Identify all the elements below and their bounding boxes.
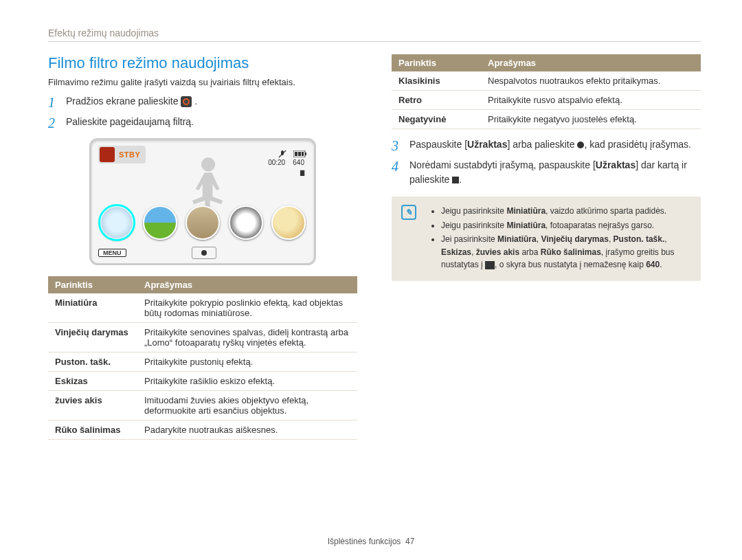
table-row: žuvies akisImituodami žuvies akies objek… bbox=[48, 391, 357, 421]
table-row: EskizasPritaikykite rašiklio eskizo efek… bbox=[48, 372, 357, 391]
note-item: Jei pasirinksite Miniatiūra, Vinječių da… bbox=[441, 233, 690, 271]
note-item: Jeigu pasirinksite Miniatiūra, fotoapara… bbox=[441, 219, 690, 232]
step-number: 1 bbox=[48, 94, 59, 111]
svg-rect-5 bbox=[295, 152, 297, 156]
filter-thumb-5 bbox=[271, 205, 306, 240]
camera-lcd-illustration: STBY 00:20 640 ▇ bbox=[89, 138, 316, 265]
filter-thumb-1 bbox=[100, 205, 134, 240]
step-number: 3 bbox=[392, 137, 403, 154]
movie-filter-mode-icon bbox=[181, 96, 192, 107]
frame-rate-icon bbox=[485, 261, 495, 269]
lcd-format-icon: ▇ bbox=[268, 169, 304, 177]
breadcrumb: Efektų režimų naudojimas bbox=[48, 27, 701, 42]
lcd-time: 00:20 bbox=[268, 159, 285, 166]
intro-text: Filmavimo režimu galite įrašyti vaizdą s… bbox=[48, 76, 357, 89]
step2-text: Palieskite pageidaujamą filtrą. bbox=[66, 115, 357, 129]
lcd-res: 640 bbox=[293, 159, 304, 166]
step-2: 2 Palieskite pageidaujamą filtrą. bbox=[48, 115, 357, 131]
table-header-option: Parinktis bbox=[48, 276, 137, 293]
table-header-option: Parinktis bbox=[392, 54, 481, 71]
table-header-desc: Aprašymas bbox=[137, 276, 357, 293]
footer-chapter: Išplėstinės funkcijos bbox=[328, 537, 401, 546]
mode-icon bbox=[100, 147, 115, 162]
step-3: 3 Paspauskite [Užraktas] arba palieskite… bbox=[392, 137, 701, 154]
filter-thumb-4 bbox=[229, 205, 263, 240]
table-row: MiniatiūraPritaikykite pokrypio poslinki… bbox=[48, 293, 357, 323]
note-box: ✎ Jeigu pasirinksite Miniatiūra, vaizdo … bbox=[392, 197, 701, 281]
info-icon: ✎ bbox=[401, 205, 416, 220]
table-row: KlasikinisNespalvotos nuotraukos efekto … bbox=[392, 71, 701, 91]
note-item: Jeigu pasirinksite Miniatiūra, vaizdo at… bbox=[441, 205, 690, 218]
options-table-right: Parinktis Aprašymas KlasikinisNespalvoto… bbox=[392, 54, 701, 129]
page-footer: Išplėstinės funkcijos 47 bbox=[0, 537, 742, 546]
step1-text-b: . bbox=[194, 96, 197, 107]
standby-chip: STBY bbox=[98, 146, 146, 164]
filter-thumb-2 bbox=[143, 205, 177, 240]
table-header-desc: Aprašymas bbox=[481, 54, 701, 71]
step-4: 4 Norėdami sustabdyti įrašymą, paspauski… bbox=[392, 158, 701, 187]
table-row: NegatyvinėPritaikykite negatyvo juostelė… bbox=[392, 110, 701, 129]
filter-thumbnails bbox=[100, 205, 306, 240]
options-table-left: Parinktis Aprašymas MiniatiūraPritaikyki… bbox=[48, 276, 357, 440]
menu-button: MENU bbox=[98, 249, 126, 257]
svg-point-1 bbox=[184, 100, 188, 104]
table-row: RetroPritaikykite rusvo atspalvio efektą… bbox=[392, 91, 701, 110]
page-title: Filmo filtro režimo naudojimas bbox=[48, 54, 357, 72]
filter-thumb-3 bbox=[186, 205, 220, 240]
step1-text-a: Pradžios ekrane palieskite bbox=[66, 96, 181, 107]
record-start-icon bbox=[577, 142, 584, 148]
footer-page: 47 bbox=[405, 537, 414, 546]
svg-rect-6 bbox=[298, 152, 301, 156]
record-stop-icon bbox=[452, 177, 459, 183]
step-1: 1 Pradžios ekrane palieskite . bbox=[48, 94, 357, 111]
table-row: Vinječių darymasPritaikykite senovines s… bbox=[48, 323, 357, 352]
record-button bbox=[192, 247, 216, 259]
step-number: 2 bbox=[48, 115, 59, 131]
step-number: 4 bbox=[392, 158, 403, 175]
table-row: Rūko šalinimasPadarykite nuotraukas aišk… bbox=[48, 421, 357, 440]
table-row: Puston. tašk.Pritaikykite pustonių efekt… bbox=[48, 352, 357, 372]
standby-label: STBY bbox=[119, 150, 140, 159]
svg-rect-4 bbox=[305, 153, 306, 155]
svg-rect-7 bbox=[302, 152, 304, 156]
